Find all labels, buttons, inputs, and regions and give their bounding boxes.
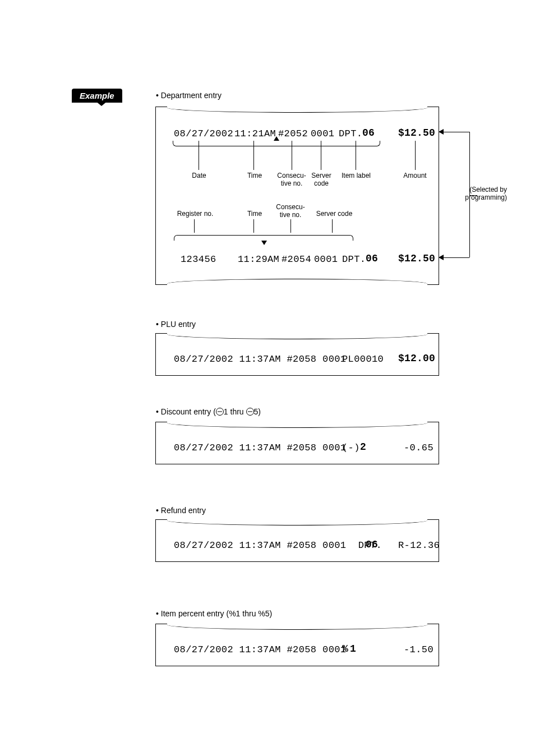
refund-item-bold: 06 bbox=[366, 539, 378, 550]
discount-amount: -0.65 bbox=[404, 442, 433, 453]
side-note-selected-by-programming: (Selected by programming) bbox=[454, 186, 507, 202]
discount-item: (-) bbox=[342, 442, 360, 453]
receipt-plu: 08/27/2002 11:37AM #2058 0001 PL00010 $1… bbox=[155, 333, 439, 376]
dept-row2-item: DPT. bbox=[342, 254, 366, 265]
receipt-refund: 08/27/2002 11:37AM #2058 0001 DPT. 06 R-… bbox=[155, 519, 439, 562]
section-title-refund: • Refund entry bbox=[156, 506, 206, 515]
percent-item: % bbox=[342, 643, 348, 654]
dept-row1-server: 0001 bbox=[311, 128, 334, 139]
receipt-percent: 08/27/2002 11:37AM #2058 0001 % 1 -1.50 bbox=[155, 624, 439, 666]
percent-amount: -1.50 bbox=[404, 644, 433, 655]
dept-row1-item: DPT. bbox=[339, 128, 362, 139]
section-title-plu: • PLU entry bbox=[156, 320, 196, 329]
plu-prefix: 08/27/2002 11:37AM #2058 0001 bbox=[174, 354, 358, 365]
label-date: Date bbox=[186, 172, 212, 180]
section-title-percent: • Item percent entry (%1 thru %5) bbox=[156, 609, 272, 618]
dept-row2-amount: $12.50 bbox=[398, 253, 435, 264]
refund-amount: R-12.36 bbox=[398, 540, 440, 551]
discount-title-c: 5) bbox=[254, 407, 261, 416]
plu-amount: $12.00 bbox=[398, 353, 435, 364]
discount-title-b: 1 thru bbox=[224, 407, 246, 416]
dept-row2-register: 123456 bbox=[181, 254, 216, 265]
label-time2: Time bbox=[245, 210, 265, 218]
label-server: Server code bbox=[308, 172, 334, 188]
dept-row1-amount: $12.50 bbox=[398, 127, 435, 139]
dept-row2-item-bold: 06 bbox=[366, 253, 378, 264]
plu-item: PL00010 bbox=[342, 354, 384, 365]
arrow-left-icon bbox=[439, 255, 444, 260]
discount-title-a: • Discount entry ( bbox=[156, 407, 216, 416]
dept-row2-server: 0001 bbox=[314, 254, 338, 265]
dept-row1-consec: #2052 bbox=[278, 128, 308, 139]
receipt-department-diagram: 08/27/2002 11:21AM #2052 0001 DPT. 06 $1… bbox=[155, 107, 439, 285]
label-item: Item label bbox=[339, 172, 373, 180]
dept-row2-time: 11:29AM bbox=[238, 254, 279, 265]
refund-prefix: 08/27/2002 11:37AM #2058 0001 DPT. bbox=[174, 540, 382, 551]
discount-prefix: 08/27/2002 11:37AM #2058 0001 bbox=[174, 442, 358, 453]
section-title-discount: • Discount entry (1 thru 5) bbox=[156, 407, 261, 416]
discount-item-bold: 2 bbox=[360, 441, 366, 453]
label-consec2: Consecu- tive no. bbox=[273, 204, 308, 219]
label-register: Register no. bbox=[173, 210, 218, 218]
section-title-department: • Department entry bbox=[156, 91, 222, 100]
dept-row2-consec: #2054 bbox=[282, 254, 311, 265]
example-badge-tail bbox=[95, 101, 108, 106]
dept-row1-time: 11:21AM bbox=[234, 128, 276, 139]
label-consec: Consecu- tive no. bbox=[274, 172, 310, 188]
arrow-left-icon bbox=[439, 129, 444, 135]
percent-prefix: 08/27/2002 11:37AM #2058 0001 bbox=[174, 644, 358, 655]
dept-row1-date: 08/27/2002 bbox=[174, 128, 233, 139]
circled-minus-icon bbox=[216, 408, 224, 416]
label-amount: Amount bbox=[400, 172, 430, 180]
circled-minus-icon bbox=[246, 408, 254, 416]
label-time: Time bbox=[245, 172, 265, 180]
dept-row1-item-bold: 06 bbox=[362, 127, 375, 139]
label-server2: Server code bbox=[312, 210, 357, 218]
percent-item-bold: 1 bbox=[350, 643, 356, 654]
receipt-discount: 08/27/2002 11:37AM #2058 0001 (-) 2 -0.6… bbox=[155, 422, 439, 464]
